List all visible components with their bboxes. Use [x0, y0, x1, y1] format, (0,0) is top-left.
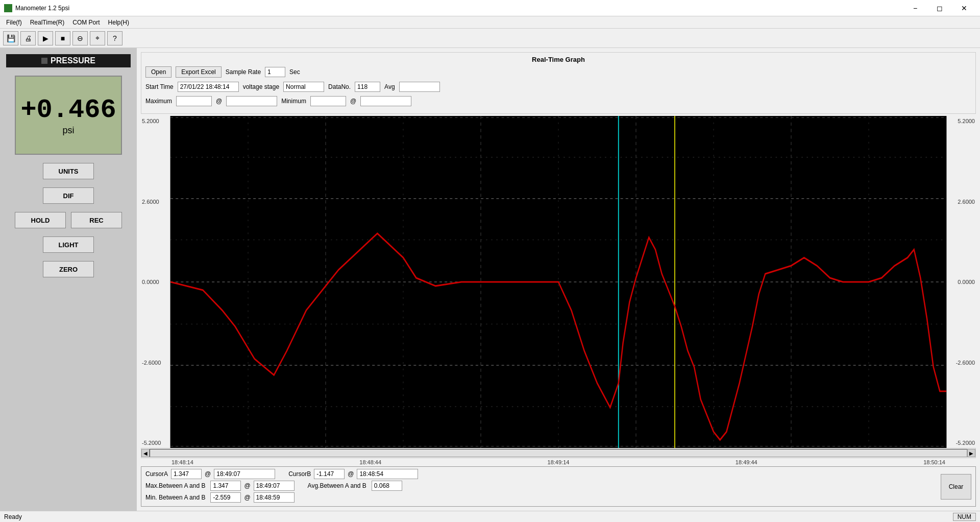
y-lower-left: -2.6000 [142, 360, 169, 366]
toolbar: 💾 🖨 ▶ ■ ⊖ ⌖ ? [0, 29, 980, 48]
max-between-time[interactable] [254, 481, 295, 491]
x-label-2: 18:49:14 [548, 459, 570, 465]
y-bottom-left: -5.2000 [142, 440, 169, 446]
avg-label: Avg [384, 83, 395, 90]
maximum-value-input[interactable] [176, 96, 212, 106]
menu-realtime[interactable]: RealTime(R) [26, 18, 69, 27]
graph-title: Real-Time Graph [145, 56, 971, 63]
y-top-right: 5.2000 [948, 118, 975, 124]
app-icon [4, 4, 12, 12]
open-button[interactable]: Open [145, 66, 172, 78]
sample-rate-input[interactable] [265, 67, 285, 77]
dif-button[interactable]: DIF [43, 187, 94, 204]
x-label-0: 18:48:14 [172, 459, 193, 465]
min-between-value[interactable] [210, 492, 241, 503]
minimum-value-input[interactable] [310, 96, 346, 106]
min-between-at: @ [244, 494, 250, 501]
x-label-3: 18:49:44 [736, 459, 757, 465]
pressure-label-box: PRESSURE [6, 54, 131, 67]
sec-label: Sec [289, 68, 300, 76]
crosshair-button[interactable]: ⌖ [90, 31, 105, 45]
pressure-label: PRESSURE [51, 56, 95, 65]
y-axis-right: 5.2000 2.6000 0.0000 -2.6000 -5.2000 [946, 116, 976, 448]
pressure-indicator [41, 58, 47, 64]
pressure-unit: psi [62, 125, 74, 136]
y-lower-right: -2.6000 [948, 360, 975, 366]
title-bar: Manometer 1.2 5psi − ◻ ✕ [0, 0, 980, 16]
cursor-b-at: @ [348, 470, 354, 478]
scrollbar[interactable]: ◀ ▶ [141, 448, 976, 458]
avg-between-label: Avg.Between A and B [308, 482, 366, 489]
status-text: Ready [4, 513, 22, 520]
voltage-stage-input[interactable] [283, 82, 324, 92]
zoom-out-button[interactable]: ⊖ [72, 31, 88, 45]
y-mid-left: 0.0000 [142, 279, 169, 285]
menu-bar: File(f) RealTime(R) COM Port Help(H) [0, 16, 980, 29]
avg-between-value[interactable] [372, 481, 402, 491]
save-button[interactable]: 💾 [3, 31, 18, 45]
window-title: Manometer 1.2 5psi [15, 5, 69, 12]
pressure-value: +0.466 [20, 95, 116, 125]
light-button[interactable]: LIGHT [43, 236, 94, 253]
units-button[interactable]: UNITS [43, 163, 94, 179]
x-label-1: 18:48:44 [359, 459, 381, 465]
datano-input[interactable] [355, 82, 380, 92]
maximum-time-input[interactable] [226, 96, 277, 106]
left-panel: PRESSURE +0.466 psi UNITS DIF HOLD REC L… [0, 48, 137, 511]
menu-comport[interactable]: COM Port [68, 18, 104, 27]
y-axis-left: 5.2000 2.6000 0.0000 -2.6000 -5.2000 [141, 116, 170, 448]
minimum-label: Minimum [281, 98, 306, 105]
cursor-b-label: CursorB [288, 470, 311, 478]
play-button[interactable]: ▶ [38, 31, 53, 45]
zero-button[interactable]: ZERO [43, 261, 94, 277]
max-between-label: Max.Between A and B [145, 482, 205, 489]
menu-file[interactable]: File(f) [2, 18, 26, 27]
stop-button[interactable]: ■ [55, 31, 70, 45]
graph-svg-container [170, 116, 946, 448]
cursor-b-value[interactable] [314, 469, 345, 479]
cursor-a-label: CursorA [145, 470, 168, 478]
min-between-label: Min. Between A and B [145, 494, 205, 501]
start-time-label: Start Time [145, 83, 174, 90]
help-button[interactable]: ? [107, 31, 122, 45]
cursor-b-time[interactable] [357, 469, 418, 479]
print-button[interactable]: 🖨 [20, 31, 36, 45]
x-label-4: 18:50:14 [923, 459, 945, 465]
hold-button[interactable]: HOLD [15, 212, 66, 228]
y-mid-right: 0.0000 [948, 279, 975, 285]
minimize-button[interactable]: − [903, 0, 927, 16]
pressure-display: +0.466 psi [15, 76, 122, 155]
minimum-time-input[interactable] [360, 96, 411, 106]
y-top-left: 5.2000 [142, 118, 169, 124]
sample-rate-label: Sample Rate [226, 68, 261, 76]
maximum-label: Maximum [145, 98, 172, 105]
close-button[interactable]: ✕ [952, 0, 976, 16]
max-between-value[interactable] [210, 481, 241, 491]
maximize-button[interactable]: ◻ [928, 0, 951, 16]
cursor-a-time[interactable] [214, 469, 275, 479]
rec-button[interactable]: REC [71, 212, 122, 228]
cursor-a-value[interactable] [171, 469, 202, 479]
avg-input[interactable] [399, 82, 440, 92]
scroll-right-button[interactable]: ▶ [967, 449, 975, 457]
cursor-a-at: @ [205, 470, 211, 478]
scroll-left-button[interactable]: ◀ [141, 449, 150, 457]
status-bar: Ready NUM [0, 511, 980, 522]
voltage-stage-label: voltage stage [243, 83, 279, 90]
max-between-at: @ [244, 482, 250, 489]
y-upper-right: 2.6000 [948, 199, 975, 205]
graph-svg [170, 116, 946, 448]
datano-label: DataNo. [328, 83, 351, 90]
scrollbar-track[interactable] [150, 449, 967, 457]
menu-help[interactable]: Help(H) [104, 18, 133, 27]
right-panel: Real-Time Graph Open Export Excel Sample… [137, 48, 980, 511]
y-bottom-right: -5.2000 [948, 440, 975, 446]
x-axis: 18:48:14 18:48:44 18:49:14 18:49:44 18:5… [141, 458, 976, 466]
start-time-input[interactable] [178, 82, 239, 92]
maximum-at: @ [216, 98, 222, 105]
clear-button[interactable]: Clear [941, 474, 971, 500]
num-indicator: NUM [953, 513, 976, 521]
cursor-info: CursorA @ CursorB @ Max.Between A and B … [141, 466, 976, 507]
export-excel-button[interactable]: Export Excel [176, 66, 221, 78]
min-between-time[interactable] [254, 492, 295, 503]
